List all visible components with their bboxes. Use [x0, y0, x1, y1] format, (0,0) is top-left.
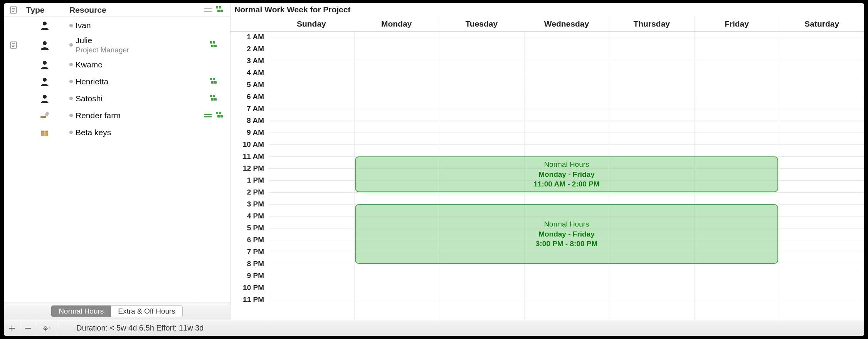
svg-rect-9	[220, 10, 223, 12]
hour-gridline	[269, 109, 864, 109]
sidebar-header: Type Resource	[4, 3, 230, 17]
work-hours-block[interactable]: Normal HoursMonday - Friday3:00 PM - 8:0…	[355, 204, 779, 264]
hour-label: 6 PM	[247, 236, 264, 244]
person-icon	[40, 40, 50, 50]
event-day-range: Monday - Friday	[538, 170, 595, 180]
resource-row[interactable]: Satoshi	[4, 90, 230, 107]
tab-normal-hours[interactable]: Normal Hours	[51, 305, 111, 317]
event-label: Normal Hours	[544, 159, 589, 170]
status-dot	[66, 131, 76, 134]
day-header: Sunday	[269, 16, 354, 31]
hour-gridline	[269, 300, 864, 300]
badge-cell	[198, 95, 230, 102]
hour-label: 5 AM	[247, 81, 264, 89]
status-dot	[66, 80, 76, 83]
hour-label: 7 PM	[247, 248, 264, 256]
add-button[interactable]	[4, 320, 20, 336]
type-cell	[23, 20, 66, 30]
resource-name: Render farm	[76, 111, 195, 120]
hour-label: 9 AM	[247, 128, 264, 137]
svg-rect-7	[219, 6, 221, 8]
hour-label: 5 PM	[247, 224, 264, 232]
day-header: Wednesday	[524, 16, 609, 31]
status-dot	[66, 63, 76, 66]
name-cell: Henrietta	[76, 77, 198, 86]
resource-list[interactable]: IvanJulieProject ManagerKwameHenriettaSa…	[4, 17, 230, 302]
person-icon	[40, 77, 50, 87]
hour-label: 8 AM	[247, 116, 264, 125]
body: Type Resource	[4, 3, 864, 320]
calendar-pane: Normal Work Week for Project SundayMonda…	[230, 3, 864, 320]
column-header-type[interactable]: Type	[23, 3, 66, 17]
svg-rect-37	[217, 115, 220, 117]
status-dot	[66, 114, 76, 117]
resource-name: Beta keys	[76, 128, 195, 137]
badge-cell	[198, 112, 230, 119]
day-gridline	[779, 32, 779, 320]
resource-name: Julie	[76, 35, 195, 45]
note-icon	[9, 41, 18, 49]
resource-row[interactable]: Henrietta	[4, 73, 230, 90]
resource-name: Ivan	[76, 20, 195, 30]
hour-label: 9 PM	[247, 272, 264, 280]
svg-rect-18	[211, 45, 214, 47]
hour-gridline	[269, 144, 864, 145]
resource-row[interactable]: Render farm	[4, 107, 230, 124]
work-hours-block[interactable]: Normal HoursMonday - Friday11:00 AM - 2:…	[355, 156, 779, 192]
svg-rect-19	[214, 45, 217, 47]
resource-name: Kwame	[76, 60, 195, 69]
day-header: Tuesday	[439, 16, 524, 31]
calendar-grid[interactable]: 1 AM2 AM3 AM4 AM5 AM6 AM7 AM8 AM9 AM10 A…	[230, 32, 864, 320]
hour-label: 3 AM	[247, 57, 264, 65]
person-icon	[40, 60, 50, 70]
hour-label: 12 PM	[243, 164, 264, 173]
resource-row[interactable]: Ivan	[4, 17, 230, 34]
hour-label: 10 PM	[243, 284, 264, 292]
view-segmented-control: Normal Hours Extra & Off Hours	[4, 302, 230, 320]
hour-label: 3 PM	[247, 200, 264, 208]
hour-gridline	[269, 85, 864, 85]
svg-rect-25	[214, 81, 217, 84]
hour-gridline	[269, 97, 864, 97]
resource-row[interactable]: Beta keys	[4, 124, 230, 141]
window: Type Resource	[4, 3, 864, 336]
svg-rect-17	[213, 41, 215, 44]
bars-icon	[204, 113, 212, 118]
resource-name: Henrietta	[76, 77, 195, 86]
svg-rect-35	[216, 112, 218, 114]
svg-rect-30	[214, 98, 217, 101]
column-header-badges	[198, 3, 230, 17]
badge-cell	[198, 78, 230, 86]
svg-rect-23	[213, 78, 215, 80]
hour-gridline	[269, 276, 864, 276]
tool-icon	[40, 111, 50, 121]
svg-rect-27	[210, 95, 212, 97]
type-cell	[23, 111, 66, 121]
resource-row[interactable]: Kwame	[4, 56, 230, 73]
hour-gridline	[269, 49, 864, 49]
day-header: Thursday	[609, 16, 695, 31]
remove-button[interactable]	[20, 320, 36, 336]
day-header: Friday	[695, 16, 780, 31]
time-gutter: 1 AM2 AM3 AM4 AM5 AM6 AM7 AM8 AM9 AM10 A…	[230, 32, 269, 320]
event-label: Normal Hours	[544, 219, 589, 229]
svg-rect-22	[210, 78, 212, 80]
resource-row[interactable]: JulieProject Manager	[4, 34, 230, 56]
column-header-note[interactable]	[4, 3, 23, 17]
svg-rect-16	[210, 41, 212, 44]
hour-label: 6 AM	[247, 92, 264, 101]
status-dot	[66, 43, 76, 47]
status-dot	[66, 24, 76, 27]
tab-extra-off-hours[interactable]: Extra & Off Hours	[111, 305, 183, 317]
grid-body[interactable]: Normal HoursMonday - Friday11:00 AM - 2:…	[269, 32, 864, 320]
column-header-resource[interactable]: Resource	[66, 3, 198, 17]
gear-menu-button[interactable]	[36, 320, 57, 336]
hour-label: 1 PM	[247, 176, 264, 185]
name-cell: JulieProject Manager	[76, 35, 198, 55]
hour-gridline	[269, 288, 864, 288]
schedule-icon	[210, 41, 218, 49]
event-time-range: 3:00 PM - 8:00 PM	[536, 239, 598, 249]
schedule-icon	[210, 78, 218, 86]
hour-gridline	[269, 73, 864, 73]
hour-gridline	[269, 264, 864, 264]
